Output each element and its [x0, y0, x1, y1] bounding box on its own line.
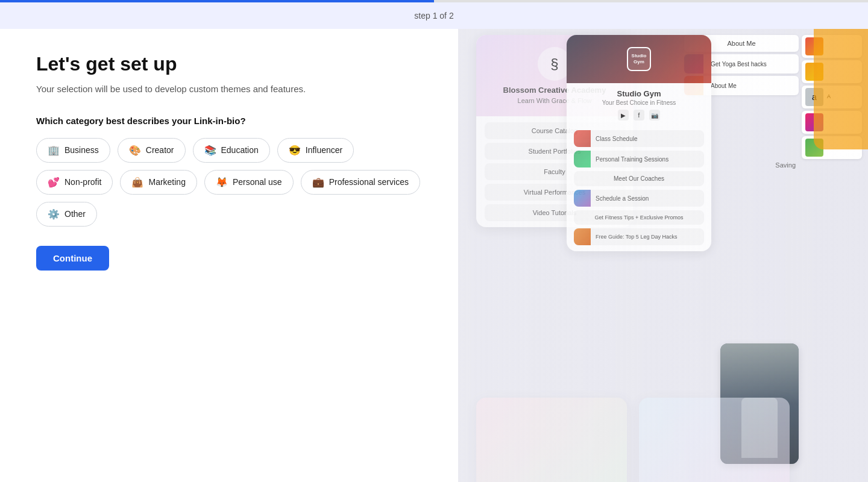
page-title: Let's get set up: [36, 53, 422, 75]
gym-link-label-3: Schedule a Session: [596, 195, 704, 202]
option-education-label: Education: [221, 145, 259, 155]
gym-link-img-2: [574, 151, 591, 167]
business-emoji: 🏢: [48, 145, 60, 156]
gym-name: Studio Gym: [575, 89, 703, 98]
left-panel: Let's get set up Your selection will be …: [0, 29, 458, 482]
gym-link-img-1: [574, 130, 591, 147]
education-emoji: 📚: [204, 145, 216, 156]
step-indicator: step 1 of 2: [414, 11, 453, 20]
header: step 1 of 2: [0, 2, 868, 29]
option-professional-services[interactable]: 💼 Professional services: [301, 170, 420, 195]
marketing-emoji: 👜: [131, 177, 143, 188]
gym-tagline: Your Best Choice in Fitness: [575, 99, 703, 106]
other-emoji: ⚙️: [48, 208, 60, 220]
question-label: Which category best describes your Link-…: [36, 116, 422, 126]
preview-area: § Blossom Creative Academy Learn With Gr…: [458, 29, 868, 482]
yellow-accent-card: [814, 29, 868, 149]
gym-socials: ▶ f 📷: [575, 110, 703, 120]
gym-logo: StudioGym: [627, 47, 651, 71]
option-education[interactable]: 📚 Education: [193, 138, 270, 163]
option-business[interactable]: 🏢 Business: [36, 138, 110, 163]
personal-use-emoji: 🦊: [216, 177, 228, 188]
setup-subtitle: Your selection will be used to develop c…: [36, 83, 422, 96]
gym-link-img-4: [574, 228, 591, 245]
gym-link-img-3: [574, 190, 591, 207]
gym-links: Class Schedule Personal Training Session…: [567, 128, 711, 251]
option-marketing-label: Marketing: [148, 177, 185, 187]
option-personal-use-label: Personal use: [233, 177, 282, 187]
gym-link-coaches: Meet Our Coaches: [574, 171, 704, 186]
option-other[interactable]: ⚙️ Other: [36, 202, 97, 227]
non-profit-emoji: 💕: [48, 177, 60, 188]
instagram-icon: 📷: [649, 110, 660, 120]
bottom-preview-card-1: [476, 398, 627, 482]
gym-info: Studio Gym Your Best Choice in Fitness ▶…: [567, 83, 711, 128]
bottom-preview-card-2: [639, 398, 790, 482]
main-layout: Let's get set up Your selection will be …: [0, 0, 868, 482]
gym-link-label-4: Free Guide: Top 5 Leg Day Hacks: [596, 234, 704, 240]
progress-bar-container: [0, 0, 868, 2]
youtube-icon: ▶: [618, 110, 629, 120]
option-business-label: Business: [64, 145, 99, 155]
category-options-grid: 🏢 Business 🎨 Creator 📚 Education 😎 Influ…: [36, 138, 422, 227]
creator-emoji: 🎨: [129, 145, 141, 156]
option-creator-label: Creator: [146, 145, 174, 155]
rcc-text-2: About Me: [707, 80, 740, 92]
option-creator[interactable]: 🎨 Creator: [118, 138, 186, 163]
continue-button[interactable]: Continue: [36, 246, 109, 271]
rcc-text-1: Get Yoga Best hacks: [707, 58, 770, 70]
gym-card-header: StudioGym: [567, 35, 711, 83]
gym-link-class-schedule: Class Schedule: [574, 130, 704, 147]
progress-bar-fill: [0, 0, 434, 2]
option-non-profit[interactable]: 💕 Non-profit: [36, 170, 113, 195]
professional-services-emoji: 💼: [312, 177, 324, 188]
gym-preview-card: StudioGym Studio Gym Your Best Choice in…: [567, 35, 711, 251]
influencer-emoji: 😎: [289, 145, 301, 156]
option-other-label: Other: [64, 209, 86, 219]
option-marketing[interactable]: 👜 Marketing: [120, 170, 197, 195]
facebook-icon: f: [634, 110, 644, 120]
gym-link-label-2: Personal Training Sessions: [596, 156, 704, 163]
gym-link-training: Personal Training Sessions: [574, 151, 704, 167]
gym-logo-text: StudioGym: [632, 53, 647, 64]
saving-indicator: Saving: [775, 161, 796, 169]
option-influencer-label: Influencer: [306, 145, 342, 155]
gym-link-schedule: Schedule a Session: [574, 190, 704, 207]
option-professional-services-label: Professional services: [329, 177, 409, 187]
option-influencer[interactable]: 😎 Influencer: [277, 138, 354, 163]
option-non-profit-label: Non-profit: [64, 177, 101, 187]
option-personal-use[interactable]: 🦊 Personal use: [204, 170, 294, 195]
gym-link-tips: Get Fitness Tips + Exclusive Promos: [574, 210, 704, 225]
right-panel: § Blossom Creative Academy Learn With Gr…: [458, 29, 868, 482]
gym-link-guide: Free Guide: Top 5 Leg Day Hacks: [574, 228, 704, 245]
gym-link-label-1: Class Schedule: [596, 136, 704, 142]
